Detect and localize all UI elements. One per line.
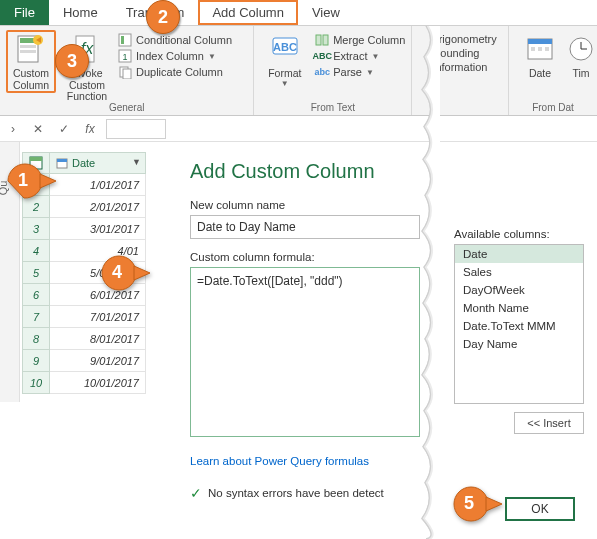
table-row[interactable]: 44/01	[22, 240, 146, 262]
date-button[interactable]: Date	[515, 30, 565, 80]
svg-rect-15	[316, 35, 321, 45]
format-button[interactable]: ABC Format ▼	[260, 30, 309, 88]
duplicate-column-button[interactable]: Duplicate Column	[118, 64, 223, 80]
svg-rect-18	[528, 39, 552, 44]
formula-input[interactable]	[106, 119, 166, 139]
table-row[interactable]: 22/01/2017	[22, 196, 146, 218]
svg-rect-20	[538, 47, 542, 51]
custom-formula-textarea[interactable]: =Date.ToText([Date], "ddd")	[190, 267, 420, 437]
table-corner[interactable]	[22, 152, 50, 174]
table-row[interactable]: 1010/01/2017	[22, 372, 146, 394]
index-icon: 1	[118, 49, 132, 63]
available-column-option[interactable]: Day Name	[455, 335, 583, 353]
general-small-buttons: Conditional Column 1 Index Column ▼ Dupl…	[118, 30, 232, 80]
menu-file[interactable]: File	[0, 0, 49, 25]
available-column-option[interactable]: Month Name	[455, 299, 583, 317]
group-label-from-text: From Text	[260, 100, 405, 113]
extract-button[interactable]: ABC Extract ▼	[315, 48, 379, 64]
row-number: 5	[22, 262, 50, 284]
invoke-custom-function-button[interactable]: fx Invoke Custom Function	[62, 30, 112, 103]
cell-date[interactable]: 1/01/2017	[50, 174, 146, 196]
conditional-icon	[118, 33, 132, 47]
duplicate-icon	[118, 65, 132, 79]
information-button[interactable]: Information	[432, 60, 487, 74]
extract-icon: ABC	[315, 49, 329, 63]
trigonometry-button[interactable]: Trigonometry	[432, 32, 496, 46]
cell-date[interactable]: 10/01/2017	[50, 372, 146, 394]
cell-date[interactable]: 5/01/2017	[50, 262, 146, 284]
cell-date[interactable]: 4/01	[50, 240, 146, 262]
menu-home[interactable]: Home	[49, 0, 112, 25]
expand-chevron-icon[interactable]: ›	[4, 122, 22, 136]
merge-columns-button[interactable]: Merge Column	[315, 32, 405, 48]
group-label-from-date: From Dat	[515, 100, 591, 113]
row-number: 7	[22, 306, 50, 328]
table-row[interactable]: 99/01/2017	[22, 350, 146, 372]
time-button[interactable]: Tim	[571, 30, 591, 80]
cell-date[interactable]: 8/01/2017	[50, 328, 146, 350]
svg-text:fx: fx	[81, 40, 94, 57]
accept-formula-icon[interactable]: ✓	[54, 119, 74, 139]
parse-icon: abc	[315, 65, 329, 79]
insert-button[interactable]: << Insert	[514, 412, 584, 434]
table-icon	[29, 156, 43, 170]
table-row[interactable]: 33/01/2017	[22, 218, 146, 240]
available-column-option[interactable]: DayOfWeek	[455, 281, 583, 299]
row-number: 8	[22, 328, 50, 350]
menu-add-column[interactable]: Add Column	[198, 0, 298, 25]
data-grid: Date ▼ 11/01/201722/01/201733/01/201744/…	[22, 152, 146, 394]
table-row[interactable]: 55/01/2017	[22, 262, 146, 284]
table-row[interactable]: 11/01/2017	[22, 174, 146, 196]
cell-date[interactable]: 7/01/2017	[50, 306, 146, 328]
fx-icon[interactable]: fx	[80, 119, 100, 139]
row-number: 1	[22, 174, 50, 196]
row-number: 6	[22, 284, 50, 306]
ribbon-group-from-text: ABC Format ▼ Merge Column ABC Extract ▼ …	[254, 26, 412, 115]
table-row[interactable]: 77/01/2017	[22, 306, 146, 328]
new-column-name-input[interactable]: Date to Day Name	[190, 215, 420, 239]
available-column-option[interactable]: Sales	[455, 263, 583, 281]
queries-side-rail[interactable]: Qu	[0, 142, 20, 402]
cell-date[interactable]: 6/01/2017	[50, 284, 146, 306]
dialog-title: Add Custom Column	[190, 160, 597, 183]
parse-button[interactable]: abc Parse ▼	[315, 64, 374, 80]
rounding-button[interactable]: Rounding	[432, 46, 479, 60]
cell-date[interactable]: 9/01/2017	[50, 350, 146, 372]
svg-rect-28	[57, 159, 67, 162]
table-row[interactable]: 88/01/2017	[22, 328, 146, 350]
custom-column-label: Custom Column	[13, 68, 49, 91]
custom-column-button[interactable]: Custom Column	[6, 30, 56, 93]
invoke-fn-icon: fx	[70, 32, 104, 66]
index-column-button[interactable]: 1 Index Column ▼	[118, 48, 216, 64]
formula-bar: › ✕ ✓ fx	[0, 116, 597, 142]
svg-rect-2	[20, 45, 36, 48]
available-column-option[interactable]: Date	[455, 245, 583, 263]
chevron-down-icon: ▼	[208, 52, 216, 61]
ok-button[interactable]: OK	[505, 497, 575, 521]
ribbon-group-from-number: Trigonometry Rounding Information	[412, 26, 509, 115]
menu-transform[interactable]: Transform	[112, 0, 199, 25]
available-columns-section: Available columns: DateSalesDayOfWeekMon…	[454, 228, 584, 434]
learn-link[interactable]: Learn about Power Query formulas	[190, 455, 597, 467]
column-header-date[interactable]: Date ▼	[50, 152, 146, 174]
menu-view[interactable]: View	[298, 0, 354, 25]
cancel-formula-icon[interactable]: ✕	[28, 119, 48, 139]
ribbon-group-general: Custom Column fx Invoke Custom Function …	[0, 26, 254, 115]
chevron-down-icon: ▼	[281, 80, 289, 89]
available-column-option[interactable]: Date.ToText MMM	[455, 317, 583, 335]
filter-dropdown-icon[interactable]: ▼	[132, 157, 141, 167]
merge-icon	[315, 33, 329, 47]
cell-date[interactable]: 3/01/2017	[50, 218, 146, 240]
svg-rect-16	[323, 35, 328, 45]
svg-rect-7	[119, 34, 131, 46]
group-label-general: General	[6, 100, 247, 113]
table-row[interactable]: 66/01/2017	[22, 284, 146, 306]
available-columns-list[interactable]: DateSalesDayOfWeekMonth NameDate.ToText …	[454, 244, 584, 404]
conditional-column-button[interactable]: Conditional Column	[118, 32, 232, 48]
svg-text:1: 1	[122, 52, 127, 62]
svg-rect-3	[20, 50, 36, 53]
chevron-down-icon: ▼	[366, 68, 374, 77]
svg-rect-8	[121, 36, 124, 44]
row-number: 4	[22, 240, 50, 262]
cell-date[interactable]: 2/01/2017	[50, 196, 146, 218]
